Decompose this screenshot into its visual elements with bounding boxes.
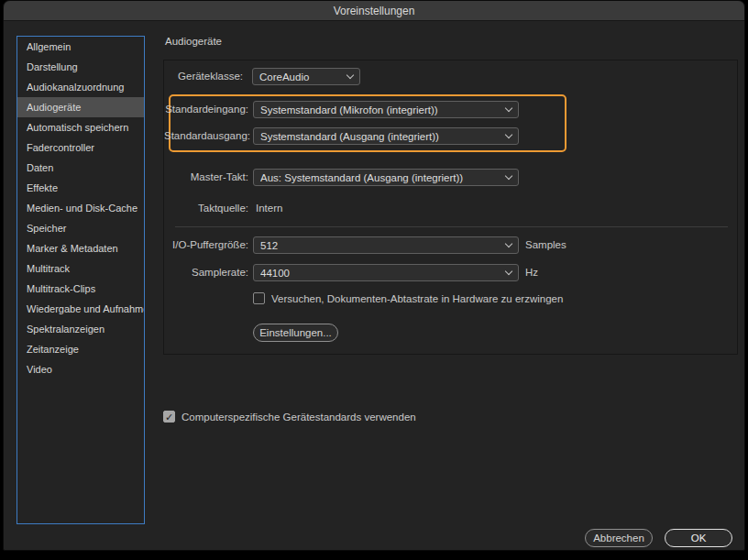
- sidebar-item-effekte[interactable]: Effekte: [17, 178, 144, 198]
- sidebar-item-allgemein[interactable]: Allgemein: [17, 37, 144, 57]
- computer-defaults-row: Computerspezifische Gerätestandards verw…: [163, 411, 416, 423]
- sample-rate-dropdown[interactable]: 44100: [253, 264, 519, 281]
- ok-button[interactable]: OK: [665, 529, 732, 547]
- default-input-dropdown[interactable]: Systemstandard (Mikrofon (integriert)): [253, 101, 519, 118]
- master-clock-value: Aus: Systemstandard (Ausgang (integriert…: [260, 172, 500, 183]
- default-output-dropdown[interactable]: Systemstandard (Ausgang (integriert)): [253, 127, 519, 145]
- chevron-down-icon: [505, 104, 512, 112]
- sample-rate-label: Samplerate:: [164, 264, 248, 281]
- sidebar-item-multitrack-clips[interactable]: Multitrack-Clips: [17, 279, 144, 299]
- sidebar-item-video[interactable]: Video: [17, 359, 144, 379]
- default-input-value: Systemstandard (Mikrofon (integriert)): [260, 104, 500, 115]
- page-title: Audiogeräte: [165, 36, 222, 47]
- chevron-down-icon: [505, 172, 512, 180]
- settings-button-label: Einstellungen...: [259, 327, 332, 338]
- audio-devices-panel: Geräteklasse: CoreAudio Standardeingang:…: [163, 60, 738, 355]
- cancel-button-label: Abbrechen: [593, 533, 644, 544]
- clock-source-label: Taktquelle:: [164, 200, 248, 217]
- sidebar-item-zeitanzeige[interactable]: Zeitanzeige: [17, 339, 144, 359]
- default-input-label: Standardeingang:: [164, 101, 248, 118]
- window-titlebar[interactable]: Voreinstellungen: [4, 1, 744, 21]
- sidebar-item-wiedergabe-und-aufnahme[interactable]: Wiedergabe und Aufnahme: [17, 299, 144, 319]
- default-output-label: Standardausgang:: [164, 127, 248, 145]
- force-hw-rate-checkbox[interactable]: [253, 292, 265, 304]
- screenshot-root: Voreinstellungen Allgemein Darstellung A…: [0, 0, 748, 560]
- sidebar-item-automatisch-speichern[interactable]: Automatisch speichern: [17, 117, 144, 137]
- preferences-dialog: Voreinstellungen Allgemein Darstellung A…: [3, 0, 745, 551]
- force-hw-rate-label: Versuchen, Dokumenten-Abtastrate in Hard…: [271, 293, 563, 304]
- preferences-category-list: Allgemein Darstellung Audiokanalzuordnun…: [16, 36, 145, 524]
- force-hw-rate-row: Versuchen, Dokumenten-Abtastrate in Hard…: [253, 292, 563, 304]
- window-title: Voreinstellungen: [334, 5, 415, 17]
- master-clock-dropdown[interactable]: Aus: Systemstandard (Ausgang (integriert…: [253, 169, 519, 186]
- chevron-down-icon: [505, 240, 512, 247]
- sidebar-item-medien-und-disk-cache[interactable]: Medien- und Disk-Cache: [17, 198, 144, 218]
- default-output-value: Systemstandard (Ausgang (integriert)): [260, 131, 500, 142]
- computer-defaults-checkbox[interactable]: [163, 411, 175, 423]
- sidebar-item-marker-metadaten[interactable]: Marker & Metadaten: [17, 238, 144, 258]
- clock-source-value: Intern: [256, 200, 282, 217]
- computer-defaults-label: Computerspezifische Gerätestandards verw…: [182, 412, 416, 423]
- sample-rate-unit: Hz: [525, 264, 538, 281]
- device-class-label: Geräteklasse:: [164, 68, 243, 85]
- chevron-down-icon: [505, 131, 512, 138]
- device-class-dropdown[interactable]: CoreAudio: [252, 68, 360, 85]
- io-buffer-unit: Samples: [525, 236, 566, 254]
- sidebar-item-fadercontroller[interactable]: Fadercontroller: [17, 137, 144, 158]
- ok-button-label: OK: [691, 533, 707, 544]
- chevron-down-icon: [346, 71, 354, 79]
- sidebar-item-spektralanzeigen[interactable]: Spektralanzeigen: [17, 319, 144, 339]
- device-class-value: CoreAudio: [259, 71, 342, 82]
- io-buffer-label: I/O-Puffergröße:: [164, 236, 248, 254]
- io-buffer-dropdown[interactable]: 512: [253, 236, 519, 254]
- sidebar-item-multitrack[interactable]: Multitrack: [17, 258, 144, 279]
- cancel-button[interactable]: Abbrechen: [585, 529, 653, 547]
- chevron-down-icon: [505, 268, 512, 275]
- settings-button[interactable]: Einstellungen...: [253, 324, 338, 342]
- sidebar-item-darstellung[interactable]: Darstellung: [17, 57, 144, 77]
- sidebar-item-speicher[interactable]: Speicher: [17, 218, 144, 238]
- sidebar-item-audiogeraete[interactable]: Audiogeräte: [17, 97, 144, 117]
- sidebar-item-daten[interactable]: Daten: [17, 158, 144, 178]
- master-clock-label: Master-Takt:: [164, 169, 248, 186]
- sidebar-item-audiokanalzuordnung[interactable]: Audiokanalzuordnung: [17, 77, 144, 97]
- sample-rate-value: 44100: [260, 268, 500, 279]
- io-buffer-value: 512: [260, 240, 500, 251]
- section-divider: [175, 226, 728, 227]
